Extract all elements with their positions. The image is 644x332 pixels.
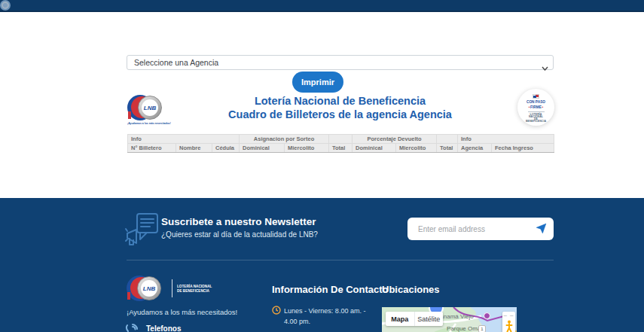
pegman-icon[interactable] xyxy=(505,320,513,332)
panama-flag-icon xyxy=(533,94,539,99)
footer-phones-item[interactable]: Telefonos xyxy=(125,323,181,332)
col-miercolito-2: Miercolito xyxy=(396,144,437,153)
group-empty-2 xyxy=(437,135,458,144)
campaign-badge: CON PASO FIRME LOTERÍA NACIONAL DE BENEF… xyxy=(517,89,554,126)
col-total-1: Total xyxy=(329,144,353,153)
col-cedula: Cédula xyxy=(212,144,240,153)
footer-phones-label: Telefonos xyxy=(146,324,181,332)
newsletter-megaphone-icon xyxy=(125,212,160,251)
print-button[interactable]: Imprimir xyxy=(292,72,343,93)
report-title: Lotería Nacional de Beneficencia Cuadro … xyxy=(127,95,554,121)
group-info-left: Info xyxy=(128,135,240,144)
page: Seleccione una Agencia Imprimir LNB ¡Ayu… xyxy=(0,0,644,332)
newsletter-email-wrap xyxy=(407,218,554,240)
agency-select[interactable]: Seleccione una Agencia xyxy=(127,55,554,70)
report-title-line1: Lotería Nacional de Beneficencia xyxy=(127,95,554,108)
contact-heading: Información De Contacto xyxy=(272,284,389,295)
col-total-2: Total xyxy=(437,144,458,153)
newsletter-title: Suscribete a nuestro Newsletter xyxy=(161,216,316,227)
footer-brand: LNB LOTERÍA NACIONAL DE BENEFICENCIA xyxy=(127,276,225,301)
table-column-header-row: N° Billetero Nombre Cédula Dominical Mie… xyxy=(128,144,554,153)
billeteros-table: Info Asignacion por Sorteo Porcentaje De… xyxy=(127,134,554,153)
footer-lnb-logo: LNB xyxy=(127,276,164,301)
footer-brand-line2: DE BENEFICENCIA xyxy=(177,288,212,292)
col-billetero: N° Billetero xyxy=(128,144,176,153)
col-agencia: Agencia xyxy=(458,144,492,153)
map-type-control: Mapa Satélite xyxy=(386,312,443,326)
report-title-line2: Cuadro de Billeteros de la agencia Agenc… xyxy=(127,108,554,122)
top-navbar xyxy=(0,0,644,12)
col-dominical-2: Dominical xyxy=(353,144,396,153)
contact-hours-text: Lunes - Viernes: 8.00 am. - 4.00 pm. xyxy=(284,306,374,327)
map-button[interactable]: Mapa xyxy=(386,312,414,326)
lnb-logo-slogan: ¡Ayudamos a los más necesitados! xyxy=(127,122,164,124)
accessibility-dot xyxy=(3,3,8,8)
col-dominical-1: Dominical xyxy=(240,144,285,153)
satellite-button[interactable]: Satélite xyxy=(414,312,444,326)
zoom-control-icon[interactable]: – – xyxy=(502,312,515,318)
map-side-control: – – xyxy=(502,312,515,332)
table-group-header-row: Info Asignacion por Sorteo Porcentaje De… xyxy=(128,135,554,144)
footer-brand-line1: LOTERÍA NACIONAL xyxy=(177,285,212,288)
send-icon[interactable] xyxy=(535,223,547,235)
email-input[interactable] xyxy=(407,218,554,240)
locations-map[interactable]: Panamá Viejo Parque Omar 1 Mapa Satélite… xyxy=(382,307,517,332)
map-label-parque-omar: Parque Omar xyxy=(447,325,483,332)
group-porcentaje: Porcentaje Devuelto xyxy=(353,135,437,144)
badge-line1: CON PASO xyxy=(523,100,548,104)
col-nombre: Nombre xyxy=(176,144,212,153)
clock-icon xyxy=(272,306,281,315)
badge-org-line2: DE BENEFICENCIA xyxy=(525,118,547,123)
contact-hours-item: Lunes - Viernes: 8.00 am. - 4.00 pm. xyxy=(272,306,374,327)
group-info-right: Info xyxy=(458,135,554,144)
newsletter-subtitle: ¿Quieres estar al día de la actualidad d… xyxy=(161,230,318,239)
phone-icon xyxy=(125,323,139,332)
accessibility-widget-icon[interactable] xyxy=(0,0,11,11)
footer-divider xyxy=(127,260,554,260)
route-shield: 1 xyxy=(478,325,486,332)
metro-station-icon xyxy=(484,312,490,319)
locations-heading: Ubicaciones xyxy=(382,284,440,295)
footer-tagline: ¡Ayudamos a los más necesitados! xyxy=(127,308,237,316)
group-empty-1 xyxy=(329,135,353,144)
col-fecha-ingreso: Fecha Ingreso xyxy=(492,144,554,153)
footer-lnb-logo-text: LNB xyxy=(141,280,157,297)
badge-line2: FIRME xyxy=(523,105,548,109)
col-miercolito-1: Miercolito xyxy=(285,144,329,153)
agency-select-wrap: Seleccione una Agencia xyxy=(127,55,554,70)
group-asignacion: Asignacion por Sorteo xyxy=(240,135,329,144)
